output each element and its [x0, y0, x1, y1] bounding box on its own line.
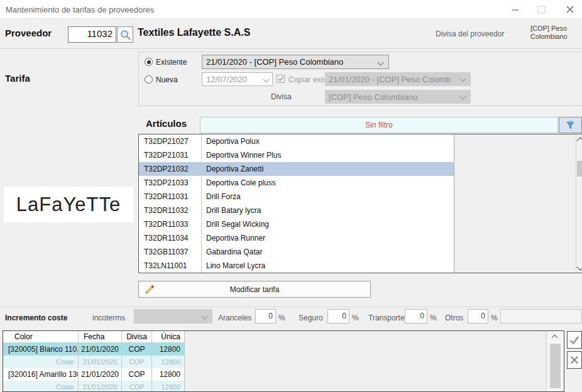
- cell-fecha: 21/01/2020: [79, 356, 122, 368]
- article-name: Gabardina Qatar: [202, 245, 454, 259]
- copiar-tarifa-select: 21/01/2020 - [COP] Peso Colomb: [325, 72, 471, 86]
- incremento-coste-label: Incremento coste: [5, 313, 67, 322]
- cell-divisa: COP: [122, 343, 152, 356]
- article-name: Deportiva Cole pluss: [202, 176, 454, 190]
- existente-tarifa-select[interactable]: 21/01/2020 - [COP] Peso Colombiano: [202, 55, 389, 69]
- aranceles-label: Aranceles: [218, 313, 251, 322]
- col-fecha[interactable]: Fecha: [79, 331, 122, 342]
- article-code: T32DP21027: [139, 134, 202, 148]
- article-row[interactable]: T32DR11034Deportiva Runner: [139, 231, 454, 245]
- costes-table-header: Color Fecha Divisa Única: [3, 331, 185, 343]
- coste-row[interactable]: [320016] Amarillo 130...21/01/2020COP128…: [3, 368, 185, 381]
- close-button[interactable]: [558, 0, 582, 19]
- cell-color: Coste: [3, 381, 79, 392]
- divisa-proveedor-label: Divisa del proveedor: [436, 30, 504, 38]
- divisa-proveedor-value: [COP] Peso Colombiano: [530, 24, 582, 41]
- article-row[interactable]: T32DR11033Drill Segal Wicking: [139, 217, 454, 231]
- cancel-button[interactable]: [567, 351, 582, 369]
- chevron-down-icon: [460, 94, 466, 100]
- filter-bar[interactable]: Sin filtro: [200, 117, 558, 133]
- search-icon: [119, 29, 131, 41]
- articulos-list-rows: T32DP21027Deportiva PoluxT32DP21031Depor…: [139, 134, 454, 273]
- otros-unit: %: [491, 313, 498, 322]
- scroll-up-icon[interactable]: [576, 137, 582, 144]
- lafayette-logo: LaFaYeTTe: [4, 187, 133, 222]
- maximize-icon: [537, 6, 546, 14]
- proveedor-code-input[interactable]: 11032: [68, 26, 116, 43]
- article-row[interactable]: T32DP21031Deportiva Winner Plus: [139, 148, 454, 162]
- article-code: T32DR11034: [139, 231, 202, 245]
- articulos-list: T32DP21027Deportiva PoluxT32DP21031Depor…: [138, 134, 582, 273]
- costes-table: Color Fecha Divisa Única [320005] Blanco…: [3, 330, 564, 392]
- existente-radio[interactable]: [145, 58, 153, 66]
- article-row[interactable]: T32DP21032Deportiva Zanetti: [139, 162, 454, 176]
- article-row[interactable]: T32DR11031Drill Forza: [139, 190, 454, 204]
- cell-unica: 12800: [152, 381, 185, 392]
- scrollbar-thumb[interactable]: [577, 161, 582, 177]
- seguro-input[interactable]: 0: [327, 309, 349, 324]
- transporte-unit: %: [430, 313, 437, 322]
- col-color[interactable]: Color: [3, 331, 79, 342]
- article-row[interactable]: T32DP21027Deportiva Polux: [139, 134, 454, 148]
- cell-divisa: COP: [122, 356, 152, 368]
- article-name: Deportiva Winner Plus: [202, 148, 454, 162]
- article-row[interactable]: T32DR11032Drill Batary lycra: [139, 204, 454, 217]
- minimize-button[interactable]: [503, 0, 527, 19]
- divisa-value: [COP] Peso Colombiano: [329, 92, 418, 102]
- existente-label: Existente: [156, 58, 187, 67]
- coste-sub-row[interactable]: Coste21/01/2020COP12800: [3, 356, 185, 368]
- accept-button[interactable]: [567, 331, 582, 349]
- cell-unica: 12800: [152, 343, 185, 356]
- col-unica[interactable]: Única: [152, 331, 185, 342]
- proveedor-search-button[interactable]: [117, 26, 133, 43]
- article-name: Drill Forza: [202, 190, 454, 204]
- maximize-button: [529, 0, 553, 19]
- article-code: T32LN11001: [139, 259, 202, 273]
- scroll-up-icon[interactable]: [552, 335, 558, 341]
- divider: [0, 307, 582, 307]
- cell-fecha: 21/01/2020: [79, 381, 122, 392]
- cell-color: [320016] Amarillo 130...: [3, 368, 79, 381]
- incoterms-select: [134, 309, 212, 324]
- chevron-down-icon: [378, 60, 384, 66]
- article-name: Deportiva Runner: [202, 231, 454, 245]
- coste-sub-row[interactable]: Coste21/01/2020COP12800: [3, 381, 185, 392]
- scroll-down-icon[interactable]: [576, 263, 582, 270]
- article-name: Deportiva Zanetti: [202, 162, 454, 176]
- transporte-label: Transporte: [368, 313, 405, 322]
- seguro-label: Seguro: [299, 313, 323, 322]
- costes-scrollbar[interactable]: [546, 331, 564, 391]
- nueva-radio[interactable]: [145, 75, 153, 84]
- article-row[interactable]: T32LN11001Lino Marcel Lycra: [139, 259, 454, 273]
- modificar-tarifa-button[interactable]: Modificar tarifa: [138, 281, 371, 298]
- scrollbar-thumb[interactable]: [550, 344, 561, 388]
- copiar-existente-checkbox: [277, 75, 285, 83]
- articulos-list-empty-area: [454, 134, 576, 273]
- modificar-tarifa-label: Modificar tarifa: [230, 285, 280, 294]
- articulos-scrollbar[interactable]: [576, 134, 582, 273]
- article-name: Drill Segal Wicking: [202, 217, 454, 231]
- coste-row[interactable]: [320005] Blanco 110...21/01/2020COP12800: [3, 343, 185, 356]
- transporte-input[interactable]: 0: [405, 309, 427, 324]
- article-code: T32DP21032: [139, 162, 202, 176]
- close-icon: [566, 5, 574, 14]
- x-icon: [569, 355, 579, 365]
- article-code: T32DP21031: [139, 148, 202, 162]
- costes-table-rows: [320005] Blanco 110...21/01/2020COP12800…: [3, 343, 564, 392]
- col-divisa[interactable]: Divisa: [122, 331, 152, 342]
- filter-button[interactable]: [559, 117, 582, 133]
- article-code: T32DR11032: [139, 204, 202, 217]
- otros-input[interactable]: 0: [468, 309, 488, 324]
- chevron-down-icon: [263, 77, 270, 83]
- check-icon: [277, 75, 284, 82]
- proveedor-name: Textiles Lafayette S.A.S: [138, 27, 250, 38]
- divisa-label: Divisa: [271, 92, 292, 101]
- aranceles-input[interactable]: 0: [255, 309, 276, 324]
- article-name: Deportiva Polux: [202, 134, 454, 148]
- lafayette-logo-text: LaFaYeTTe: [16, 193, 121, 216]
- seguro-unit: %: [352, 313, 359, 322]
- article-row[interactable]: T32GB11037Gabardina Qatar: [139, 245, 454, 259]
- existente-tarifa-value: 21/01/2020 - [COP] Peso Colombiano: [206, 57, 343, 67]
- article-row[interactable]: T32DP21033Deportiva Cole pluss: [139, 176, 454, 190]
- copiar-tarifa-value: 21/01/2020 - [COP] Peso Colomb: [329, 75, 451, 84]
